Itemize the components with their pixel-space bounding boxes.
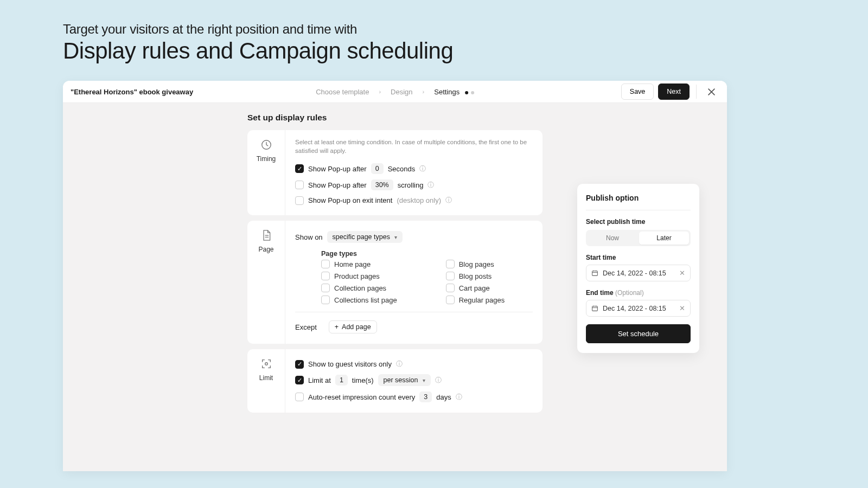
info-icon[interactable]: ⓘ [435, 376, 442, 385]
chevron-down-icon: ▾ [394, 234, 397, 240]
plus-icon: + [335, 323, 339, 331]
next-button[interactable]: Next [658, 84, 690, 100]
step-design[interactable]: Design [391, 88, 412, 96]
timing-hint: Select at least one timing condition. In… [295, 138, 533, 155]
hero-title: Display rules and Campaign scheduling [63, 38, 805, 64]
timing-after-label: Show Pop-up after [308, 165, 367, 173]
publish-panel: Publish option Select publish time Now L… [577, 184, 699, 353]
start-time-value: Dec 14, 2022 - 08:15 [603, 269, 666, 277]
limit-at-label: Limit at [308, 376, 331, 384]
svg-rect-3 [592, 306, 598, 311]
close-icon [708, 88, 715, 95]
step-choose-template[interactable]: Choose template [316, 88, 369, 96]
pt-product: Product pages [334, 272, 380, 280]
checkbox-regular-pages[interactable] [446, 296, 455, 304]
start-time-input[interactable]: Dec 14, 2022 - 08:15 ✕ [586, 265, 691, 281]
select-publish-time-label: Select publish time [586, 218, 691, 226]
end-time-label: End time (Optional) [586, 289, 691, 297]
end-time-value: Dec 14, 2022 - 08:15 [603, 305, 666, 312]
auto-reset-suffix: days [436, 393, 451, 401]
timing-exit-muted: (desktop only) [397, 196, 441, 204]
timing-seconds-value[interactable]: 0 [371, 163, 384, 174]
checkbox-guest-only[interactable] [295, 360, 304, 369]
clock-icon [260, 139, 272, 151]
chevron-right-icon: › [379, 88, 381, 95]
checkbox-blog-posts[interactable] [446, 272, 455, 280]
publish-later-option[interactable]: Later [639, 232, 689, 245]
limit-at-value[interactable]: 1 [335, 375, 348, 386]
checkbox-cart-page[interactable] [446, 284, 455, 292]
checkbox-limit-at[interactable] [295, 376, 304, 384]
end-time-input[interactable]: Dec 14, 2022 - 08:15 ✕ [586, 300, 691, 317]
timing-scroll-label: Show Pop-up after [308, 181, 367, 189]
calendar-icon [591, 269, 598, 277]
auto-reset-value[interactable]: 3 [419, 391, 432, 402]
limit-period-select[interactable]: per session ▾ [378, 374, 431, 386]
svg-rect-2 [592, 271, 598, 276]
checkbox-collections-list[interactable] [321, 296, 330, 304]
divider [586, 210, 691, 210]
timing-seconds-suffix: Seconds [388, 165, 416, 173]
checkbox-home-page[interactable] [321, 260, 330, 268]
add-page-label: Add page [342, 323, 371, 331]
auto-reset-label: Auto-reset impression count every [308, 393, 415, 401]
checkbox-timing-exit[interactable] [295, 196, 304, 205]
checkbox-blog-pages[interactable] [446, 260, 455, 268]
checkbox-timing-scroll[interactable] [295, 181, 304, 189]
step-settings[interactable]: Settings [434, 88, 474, 96]
app-window: "Ethereal Horizons" ebook giveaway Choos… [63, 81, 727, 471]
chevron-down-icon: ▾ [423, 377, 425, 383]
show-on-select[interactable]: specific page types ▾ [327, 231, 403, 243]
limit-card: Limit Show to guest visitors only ⓘ Limi… [247, 349, 542, 413]
step-settings-label: Settings [434, 88, 459, 96]
timing-card: Timing Select at least one timing condit… [247, 130, 542, 215]
timing-exit-label: Show Pop-up on exit intent [308, 196, 392, 204]
hero-subtitle: Target your visitors at the right positi… [63, 22, 805, 37]
info-icon[interactable]: ⓘ [396, 359, 403, 369]
show-on-select-value: specific page types [333, 233, 390, 241]
clear-end-time[interactable]: ✕ [679, 304, 685, 312]
timing-scroll-value[interactable]: 30% [371, 179, 393, 190]
info-icon[interactable]: ⓘ [427, 181, 434, 190]
page-card: Page Show on specific page types ▾ Page … [247, 221, 542, 344]
info-icon[interactable]: ⓘ [419, 164, 426, 174]
clear-start-time[interactable]: ✕ [679, 269, 685, 277]
svg-point-1 [265, 363, 267, 365]
pt-collections-list: Collections list page [334, 296, 397, 304]
show-on-label: Show on [295, 233, 323, 241]
pt-collection: Collection pages [334, 284, 386, 292]
campaign-title: "Ethereal Horizons" ebook giveaway [71, 88, 193, 96]
close-button[interactable] [703, 84, 719, 100]
divider [295, 312, 533, 312]
stepper: Choose template › Design › Settings [316, 88, 474, 96]
except-label: Except [295, 323, 317, 331]
set-schedule-button[interactable]: Set schedule [586, 324, 691, 343]
chevron-right-icon: › [423, 88, 425, 95]
section-title: Set up display rules [247, 113, 727, 123]
save-button[interactable]: Save [621, 84, 654, 100]
publish-now-option[interactable]: Now [588, 232, 637, 245]
calendar-icon [591, 305, 598, 312]
timing-label: Timing [257, 155, 276, 163]
page-label: Page [258, 246, 273, 253]
focus-icon [260, 358, 272, 370]
pt-regular: Regular pages [459, 296, 505, 304]
checkbox-collection-pages[interactable] [321, 284, 330, 292]
info-icon[interactable]: ⓘ [445, 196, 452, 205]
guest-only-label: Show to guest visitors only [308, 360, 392, 368]
pt-blog-posts: Blog posts [459, 272, 492, 280]
checkbox-timing-after[interactable] [295, 164, 304, 173]
start-time-label: Start time [586, 254, 691, 261]
pt-blog-pages: Blog pages [459, 260, 494, 268]
divider [696, 85, 697, 99]
limit-at-times: time(s) [352, 376, 374, 384]
add-page-button[interactable]: + Add page [329, 320, 377, 333]
publish-time-toggle: Now Later [586, 230, 691, 246]
topbar: "Ethereal Horizons" ebook giveaway Choos… [63, 81, 727, 103]
limit-period-value: per session [384, 376, 418, 384]
info-icon[interactable]: ⓘ [456, 393, 462, 402]
page-types-label: Page types [321, 250, 533, 258]
checkbox-auto-reset[interactable] [295, 393, 304, 401]
checkbox-product-pages[interactable] [321, 272, 330, 280]
publish-panel-title: Publish option [586, 194, 691, 202]
